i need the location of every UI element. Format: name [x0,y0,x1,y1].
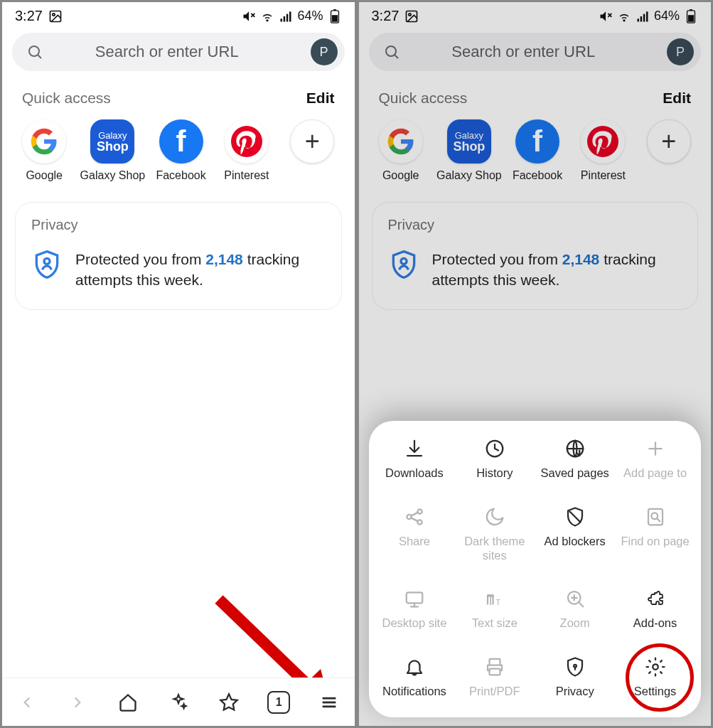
nav-forward[interactable] [62,687,93,718]
qa-facebook[interactable]: f Facebook [154,119,207,182]
svg-rect-6 [284,16,286,22]
quick-access-row: Google GalaxyShop Galaxy Shop f Facebook… [359,114,712,182]
menu-add-ons[interactable]: Add-ons [615,587,695,631]
bell-icon [402,655,427,679]
nav-home[interactable] [112,687,144,718]
desktop-icon [402,587,427,611]
menu-item-label: Text size [472,616,518,631]
svg-rect-60 [489,669,500,675]
menu-item-label: History [476,466,513,481]
shield-icon [388,249,419,280]
privacy-card[interactable]: Privacy Protected you from 2,148 trackin… [372,202,699,310]
qa-galaxy-shop[interactable]: GalaxyShop Galaxy Shop [83,119,141,182]
privacy-text: Protected you from 2,148 tracking attemp… [432,249,682,291]
svg-rect-26 [640,16,643,22]
edit-button[interactable]: Edit [306,90,335,107]
puzzle-icon [643,587,668,611]
battery-icon [684,9,698,23]
search-placeholder: Search or enter URL [31,43,304,61]
svg-rect-10 [333,9,336,11]
menu-print-pdf[interactable]: Print/PDF [454,655,535,699]
qa-google[interactable]: Google [18,119,70,182]
svg-point-24 [623,20,625,21]
bottom-nav: 1 [2,678,355,726]
nav-ai[interactable] [163,687,194,718]
menu-notifications[interactable]: Notifications [375,655,455,699]
google-icon [379,119,423,164]
qa-google[interactable]: Google [375,119,427,182]
menu-text-size[interactable]: TTText size [454,587,535,631]
quick-access-row: Google GalaxyShop Galaxy Shop f Facebook… [2,114,355,182]
menu-find-on-page[interactable]: Find on page [615,505,695,563]
galaxy-shop-icon: GalaxyShop [447,119,491,164]
menu-share[interactable]: Share [375,505,455,563]
text-size-icon: TT [483,587,507,611]
svg-line-44 [411,513,417,516]
svg-rect-30 [690,9,692,11]
svg-rect-5 [281,18,283,21]
menu-desktop-site[interactable]: Desktop site [375,587,455,631]
menu-settings[interactable]: Settings [615,655,695,699]
svg-point-35 [400,258,406,264]
edit-button[interactable]: Edit [663,90,691,107]
pinterest-icon [581,119,625,164]
qa-facebook[interactable]: f Facebook [511,119,564,182]
privacy-card[interactable]: Privacy Protected you from 2,148 trackin… [15,202,342,310]
share-icon [402,505,427,529]
search-bar[interactable]: Search or enter URL P [12,33,345,71]
svg-text:T: T [487,594,495,608]
status-bar: 3:27 64% [359,2,712,27]
download-icon [402,437,427,461]
menu-history[interactable]: History [454,437,535,481]
svg-rect-50 [407,593,423,604]
svg-marker-16 [220,694,237,710]
nav-tabs[interactable]: 1 [263,687,294,718]
qa-pinterest[interactable]: Pinterest [577,119,629,182]
profile-avatar[interactable]: P [311,38,338,65]
svg-text:T: T [495,598,500,606]
menu-privacy[interactable]: Privacy [535,655,615,699]
menu-add-page-to[interactable]: Add page to [615,437,695,481]
svg-rect-31 [688,15,694,22]
qa-pinterest[interactable]: Pinterest [220,119,273,182]
menu-ad-blockers[interactable]: Ad blockers [535,505,615,563]
search-placeholder: Search or enter URL [387,43,660,61]
saved-icon [563,437,587,461]
qa-add[interactable]: + [643,119,695,182]
battery-percent: 64% [654,9,680,23]
qa-add[interactable]: + [286,119,338,182]
profile-avatar[interactable]: P [667,38,694,65]
nav-bookmarks[interactable] [213,687,245,718]
menu-item-label: Share [399,535,430,549]
mute-icon [599,9,613,23]
svg-line-46 [569,511,580,522]
nav-menu[interactable] [313,687,345,718]
menu-item-label: Zoom [560,616,590,631]
plus-icon: + [290,119,334,164]
signal-icon [636,9,650,23]
plus-icon: + [647,119,691,164]
menu-item-label: Dark themesites [464,535,525,563]
menu-item-label: Add-ons [633,616,677,631]
nav-back[interactable] [11,687,43,718]
menu-item-label: Ad blockers [545,535,606,549]
menu-item-label: Find on page [621,535,689,549]
wifi-icon [617,9,631,23]
zoom-icon [563,587,587,611]
qa-galaxy-shop[interactable]: GalaxyShop Galaxy Shop [440,119,498,182]
menu-saved-pages[interactable]: Saved pages [535,437,615,481]
menu-zoom[interactable]: Zoom [535,587,615,631]
menu-item-label: Downloads [385,466,444,481]
svg-rect-47 [648,509,663,525]
menu-downloads[interactable]: Downloads [375,437,455,481]
svg-rect-8 [289,11,291,21]
search-bar[interactable]: Search or enter URL P [369,33,702,71]
battery-icon [328,9,342,23]
tabs-count: 1 [267,691,290,714]
google-icon [22,119,66,164]
menu-item-label: Add page to [623,466,687,481]
svg-rect-11 [331,15,337,22]
pinterest-icon [225,119,269,164]
history-icon [483,437,507,461]
menu-dark-theme-sites[interactable]: Dark themesites [454,505,535,563]
